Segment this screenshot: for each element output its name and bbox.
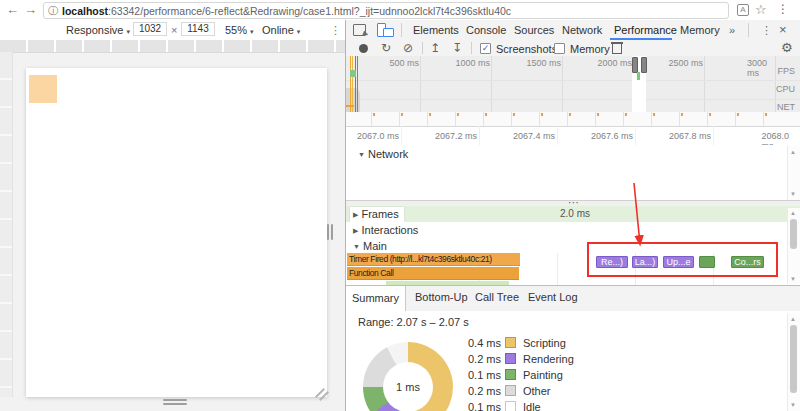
gear-icon[interactable]: ⚙ [781,41,793,55]
chevron-down-icon: ▾ [127,28,131,35]
tab-memory[interactable]: Memory [680,24,720,36]
reload-and-profile-icon[interactable]: ↻ [381,41,391,55]
memory-checkbox[interactable] [554,43,565,54]
scrollbar-thumb[interactable] [790,325,797,393]
device-type-select[interactable]: Responsive ▾ [66,24,130,36]
filmstrip-thumbnail[interactable] [595,112,624,126]
device-toolbar-toggle-icon[interactable] [383,28,394,37]
tab-network[interactable]: Network [562,24,602,36]
overview-gridline [420,56,421,112]
main-header[interactable]: ▼ Main [350,239,392,254]
filmstrip-thumbnail[interactable] [539,112,568,126]
load-marker-line [357,56,358,112]
viewport-resize-handle-right[interactable] [331,224,333,240]
frames-row[interactable]: ▶ Frames 2.0 ms [346,206,800,223]
divider [471,42,472,54]
record-icon[interactable] [359,44,368,53]
fps-bar [350,70,356,77]
ruler-tick: 2067.2 ms [435,131,477,141]
devtools-menu-icon[interactable]: ⋮ [761,24,772,37]
triangle-right-icon: ▶ [353,211,358,218]
browser-menu-icon[interactable]: ⋮ [777,2,789,16]
interactions-header[interactable]: ▶ Interactions [350,223,423,238]
flame-chart[interactable]: ▶ Frames 2.0 ms ▶ Interactions ▼ Main Ti… [346,206,800,285]
filmstrip-thumbnail[interactable] [371,112,400,126]
filmstrip-thumbnail[interactable] [567,112,596,126]
url-text[interactable]: localhost:63342/performance/6-reflect&Re… [62,5,722,17]
scroll-up-icon[interactable]: ▲ [790,316,796,322]
tab-elements[interactable]: Elements [413,24,459,36]
viewport-width-input[interactable]: 1032 [133,22,167,36]
translate-icon[interactable]: A [737,4,749,16]
viewport-resize-handle-bottom[interactable] [163,403,187,405]
summary-scrollbar[interactable]: ▲ ▼ [787,313,800,411]
legend-time: 0.1 ms [456,369,501,381]
event-function-call[interactable]: Function Call [347,267,519,280]
bookmark-star-icon[interactable]: ☆ [755,2,767,17]
tab-summary[interactable]: Summary [346,286,406,311]
triangle-right-icon: ▶ [353,227,358,234]
forward-icon[interactable]: → [24,1,37,18]
legend-label-other: Other [523,385,551,397]
devtools-close-icon[interactable]: × [779,22,787,37]
viewport-resize-handle-right[interactable] [327,224,329,240]
filmstrip-thumbnail[interactable] [707,112,736,126]
tab-bottom-up[interactable]: Bottom-Up [415,291,468,303]
scrollbar-thumb[interactable] [790,219,797,249]
tab-console[interactable]: Console [466,24,506,36]
overview-tick: 2500 ms [668,58,703,68]
filmstrip-thumbnail[interactable] [623,112,652,126]
network-scrollbar[interactable]: ▲ ▼ [787,146,800,200]
filmstrip[interactable] [346,112,800,126]
interactions-row[interactable]: ▶ Interactions [346,222,800,239]
scroll-down-icon[interactable]: ▼ [790,191,796,197]
clear-icon[interactable]: ⊘ [403,41,413,55]
filmstrip-thumbnail[interactable] [651,112,680,126]
scroll-up-icon[interactable]: ▲ [790,210,796,216]
zoom-select[interactable]: 55% ▾ [225,24,254,36]
scroll-up-icon[interactable]: ▲ [790,149,796,155]
page-info-icon[interactable]: ⓘ [48,4,58,18]
load-profile-icon[interactable]: ↥ [430,41,440,55]
save-profile-icon[interactable]: ↧ [452,41,462,55]
flame-scrollbar[interactable]: ▲ ▼ [787,208,800,284]
scroll-down-icon[interactable]: ▼ [790,402,796,408]
viewport-height-input[interactable]: 1143 [181,22,215,36]
legend-swatch-3 [505,385,516,396]
filmstrip-thumbnail[interactable] [679,112,708,126]
filmstrip-thumbnail[interactable] [735,112,764,126]
performance-toolbar: ↻ ⊘ ↥ ↧ ✓ Screenshots Memory ⚙ [346,40,800,57]
trash-icon[interactable] [612,44,622,54]
throttling-select[interactable]: Online ▾ [262,24,300,36]
back-icon[interactable]: ← [6,1,19,18]
filmstrip-thumbnail[interactable] [455,112,484,126]
cpu-activity [346,88,360,112]
filmstrip-thumbnail[interactable] [399,112,428,126]
network-section-header[interactable]: ▼ Network [358,148,408,160]
tab-event-log[interactable]: Event Log [528,291,578,303]
timeline-overview[interactable]: 500 ms 1000 ms 1500 ms 2000 ms 2500 ms 3… [346,56,800,112]
selection-handle-right[interactable] [641,57,647,73]
url-bar[interactable]: ⓘ localhost:63342/performance/6-reflect&… [43,2,729,19]
more-tabs-icon[interactable]: » [729,24,735,36]
tab-call-tree[interactable]: Call Tree [475,291,519,303]
legend-time: 0.2 ms [456,353,501,365]
filmstrip-thumbnail[interactable] [427,112,456,126]
inspect-element-icon[interactable] [353,24,366,36]
screenshots-checkbox[interactable]: ✓ [480,43,491,54]
scroll-down-icon[interactable]: ▼ [790,276,796,282]
frames-header[interactable]: ▶ Frames [350,207,404,222]
tab-performance[interactable]: Performance [614,24,677,36]
tab-sources[interactable]: Sources [514,24,554,36]
filmstrip-thumbnail[interactable] [483,112,512,126]
device-toolbar-menu-icon[interactable]: ⋮ [330,24,341,37]
filmstrip-thumbnail[interactable] [511,112,540,126]
page-viewport[interactable] [26,68,327,397]
vertical-ruler [0,52,13,397]
viewport-resize-handle-bottom[interactable] [163,399,187,401]
overview-gridline [562,56,563,112]
filmstrip-thumbnail[interactable] [763,112,792,126]
event-timer-fired[interactable]: Timer Fired (http://l...kl7t4c396sktlu40… [347,253,520,266]
selection-handle-left[interactable] [632,57,638,73]
legend-label-painting: Painting [523,369,563,381]
